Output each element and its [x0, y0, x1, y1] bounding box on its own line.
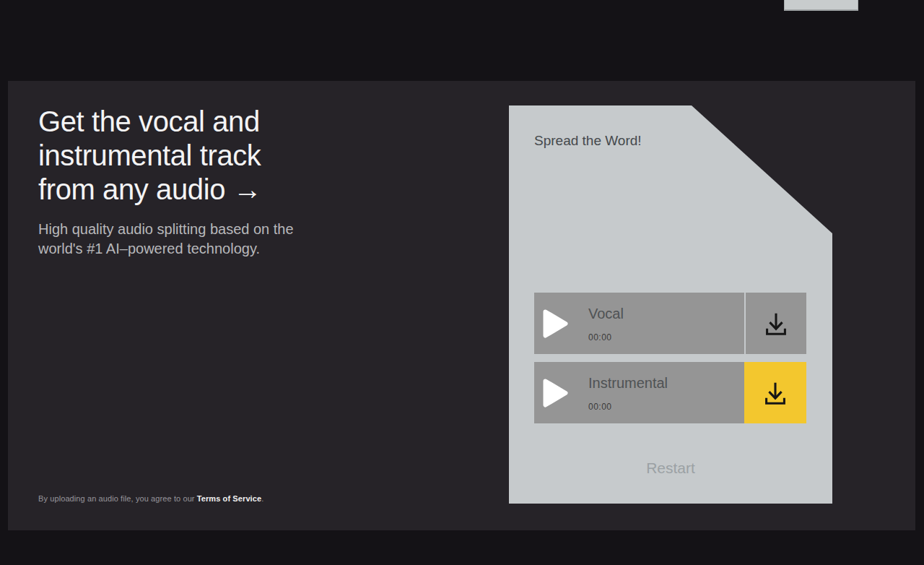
subtitle-line2: world's #1 AI–powered technology. — [38, 239, 294, 259]
subtitle: High quality audio splitting based on th… — [38, 220, 294, 259]
subtitle-line1: High quality audio splitting based on th… — [38, 220, 294, 239]
terms-of-service-link[interactable]: Terms of Service — [197, 494, 261, 503]
download-icon — [761, 309, 791, 339]
main-panel: Get the vocal and instrumental track fro… — [8, 81, 915, 530]
top-offscreen-element — [784, 0, 858, 11]
terms-note: By uploading an audio file, you agree to… — [38, 493, 263, 504]
play-button-vocal[interactable] — [534, 293, 574, 354]
restart-button[interactable]: Restart — [509, 459, 832, 477]
terms-note-period: . — [261, 494, 263, 503]
play-icon — [543, 379, 568, 407]
track-list: Vocal 00:00 — [534, 293, 806, 423]
track-time: 00:00 — [588, 402, 668, 411]
page-title-line3: from any audio → — [38, 173, 261, 207]
share-label: Spread the Word! — [534, 132, 642, 150]
track-row-vocal: Vocal 00:00 — [534, 293, 806, 354]
track-meta: Instrumental 00:00 — [588, 374, 668, 411]
track-player-vocal: Vocal 00:00 — [534, 293, 744, 354]
page-title-line2: instrumental track — [38, 139, 261, 173]
track-row-instrumental: Instrumental 00:00 — [534, 362, 806, 423]
page-title-line1: Get the vocal and — [38, 105, 261, 139]
result-card: Spread the Word! Vocal 00:00 — [509, 105, 832, 504]
track-player-instrumental: Instrumental 00:00 — [534, 362, 744, 423]
play-icon — [543, 309, 568, 338]
download-icon — [760, 378, 790, 408]
track-meta: Vocal 00:00 — [588, 305, 624, 342]
track-label: Vocal — [588, 305, 624, 322]
download-button-vocal[interactable] — [744, 293, 806, 354]
download-button-instrumental[interactable] — [744, 362, 806, 423]
track-label: Instrumental — [588, 374, 668, 392]
terms-note-text: By uploading an audio file, you agree to… — [38, 494, 197, 503]
track-time: 00:00 — [588, 333, 624, 342]
play-button-instrumental[interactable] — [534, 362, 574, 423]
page-title: Get the vocal and instrumental track fro… — [38, 105, 261, 207]
